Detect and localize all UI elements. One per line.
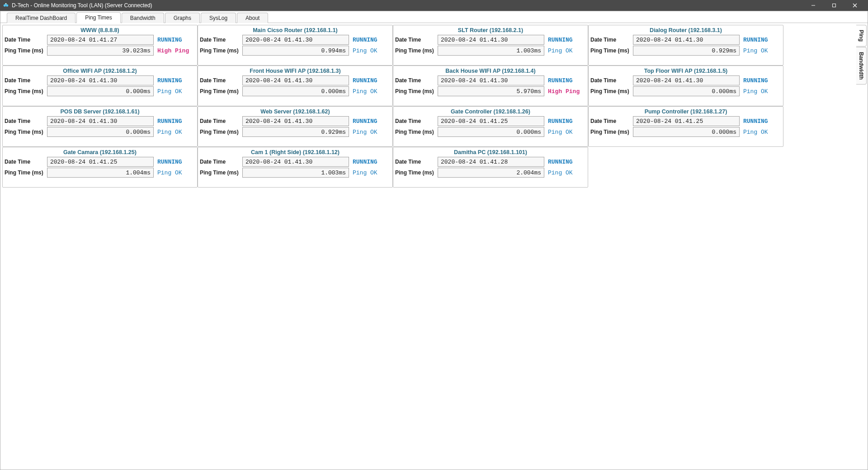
maximize-button[interactable] bbox=[824, 0, 844, 11]
ping-status: Ping OK bbox=[156, 169, 182, 176]
ping-label: Ping Time (ms) bbox=[5, 88, 45, 94]
tab-bandwidth[interactable]: Bandwidth bbox=[122, 13, 164, 23]
datetime-field: 2020-08-24 01.41.27 bbox=[47, 35, 154, 45]
datetime-row: Date Time2020-08-24 01.41.27RUNNING bbox=[5, 35, 195, 45]
datetime-label: Date Time bbox=[395, 77, 436, 84]
device-card: Gate Camara (192.168.1.25)Date Time2020-… bbox=[2, 147, 198, 188]
datetime-label: Date Time bbox=[395, 118, 436, 124]
datetime-field: 2020-08-24 01.41.30 bbox=[242, 35, 349, 45]
app-icon bbox=[3, 2, 9, 9]
ping-row: Ping Time (ms)0.929msPing OK bbox=[590, 46, 781, 56]
ping-field: 0.000ms bbox=[633, 86, 740, 96]
datetime-row: Date Time2020-08-24 01.41.30RUNNING bbox=[395, 35, 586, 45]
run-status: RUNNING bbox=[156, 77, 182, 84]
side-tab-bandwidth[interactable]: Bandwidth bbox=[856, 47, 867, 85]
ping-field: 0.000ms bbox=[242, 86, 349, 96]
ping-field: 0.000ms bbox=[47, 86, 154, 96]
ping-field: 1.003ms bbox=[438, 46, 544, 56]
tab-graphs[interactable]: Graphs bbox=[165, 13, 200, 23]
run-status: RUNNING bbox=[741, 77, 768, 84]
card-title: Back House WIFI AP (192.168.1.4) bbox=[395, 67, 586, 75]
ping-label: Ping Time (ms) bbox=[590, 88, 631, 94]
svg-point-0 bbox=[4, 4, 6, 6]
device-card: WWW (8.8.8.8)Date Time2020-08-24 01.41.2… bbox=[2, 25, 198, 66]
device-card: Web Server (192.168.1.62)Date Time2020-0… bbox=[198, 106, 393, 147]
ping-row: Ping Time (ms)0.000msPing OK bbox=[200, 86, 391, 96]
card-title: SLT Router (192.168.2.1) bbox=[395, 26, 586, 34]
datetime-field: 2020-08-24 01.41.30 bbox=[633, 35, 740, 45]
ping-status: Ping OK bbox=[156, 88, 182, 95]
card-title: Gate Controller (192.168.1.26) bbox=[395, 108, 586, 115]
run-status: RUNNING bbox=[156, 118, 182, 125]
run-status: RUNNING bbox=[156, 159, 182, 165]
datetime-label: Date Time bbox=[590, 118, 631, 124]
run-status: RUNNING bbox=[156, 37, 182, 43]
device-card: Office WIFI AP (192.168.1.2)Date Time202… bbox=[2, 66, 198, 106]
ping-field: 2.004ms bbox=[438, 168, 544, 178]
card-title: Top Floor WIFI AP (192.168.1.5) bbox=[590, 67, 781, 75]
minimize-button[interactable] bbox=[803, 0, 824, 11]
device-card: Pump Controller (192.168.1.27)Date Time2… bbox=[588, 106, 783, 147]
datetime-label: Date Time bbox=[395, 37, 436, 43]
ping-status: Ping OK bbox=[351, 47, 377, 54]
datetime-field: 2020-08-24 01.41.25 bbox=[438, 116, 544, 126]
ping-row: Ping Time (ms)0.929msPing OK bbox=[200, 127, 391, 137]
ping-row: Ping Time (ms)0.994msPing OK bbox=[200, 46, 391, 56]
datetime-field: 2020-08-24 01.41.30 bbox=[438, 75, 544, 85]
ping-row: Ping Time (ms)0.000msPing OK bbox=[5, 127, 195, 137]
ping-row: Ping Time (ms)1.004msPing OK bbox=[5, 168, 195, 178]
run-status: RUNNING bbox=[546, 77, 573, 84]
card-title: Web Server (192.168.1.62) bbox=[200, 108, 391, 115]
datetime-row: Date Time2020-08-24 01.41.30RUNNING bbox=[200, 75, 391, 85]
device-card: Gate Controller (192.168.1.26)Date Time2… bbox=[393, 106, 588, 147]
ping-row: Ping Time (ms)1.003msPing OK bbox=[395, 46, 586, 56]
device-card: Dialog Router (192.168.3.1)Date Time2020… bbox=[588, 25, 783, 66]
datetime-label: Date Time bbox=[200, 77, 241, 84]
run-status: RUNNING bbox=[546, 159, 573, 165]
datetime-field: 2020-08-24 01.41.30 bbox=[47, 75, 154, 85]
ping-label: Ping Time (ms) bbox=[395, 129, 436, 135]
ping-label: Ping Time (ms) bbox=[395, 88, 436, 94]
ping-label: Ping Time (ms) bbox=[200, 88, 241, 94]
device-card: SLT Router (192.168.2.1)Date Time2020-08… bbox=[393, 25, 588, 66]
datetime-field: 2020-08-24 01.41.30 bbox=[438, 35, 544, 45]
datetime-row: Date Time2020-08-24 01.41.25RUNNING bbox=[395, 116, 586, 126]
ping-status: Ping OK bbox=[546, 47, 573, 54]
main-tabstrip: RealTime DashBoardPing TimesBandwidthGra… bbox=[0, 11, 868, 23]
ping-row: Ping Time (ms)0.000msPing OK bbox=[590, 86, 781, 96]
run-status: RUNNING bbox=[351, 159, 377, 165]
card-title: Gate Camara (192.168.1.25) bbox=[5, 148, 195, 156]
card-title: POS DB Server (192.168.1.61) bbox=[5, 108, 195, 115]
device-card: Damitha PC (192.168.1.101)Date Time2020-… bbox=[393, 147, 588, 188]
ping-field: 0.929ms bbox=[633, 46, 740, 56]
datetime-field: 2020-08-24 01.41.30 bbox=[47, 116, 154, 126]
device-card: Top Floor WIFI AP (192.168.1.5)Date Time… bbox=[588, 66, 783, 106]
ping-status: Ping OK bbox=[351, 129, 377, 136]
svg-point-2 bbox=[5, 3, 7, 5]
card-title: Main Cicso Router (192.168.1.1) bbox=[200, 26, 391, 34]
run-status: RUNNING bbox=[546, 118, 573, 125]
ping-status: High Ping bbox=[546, 88, 580, 95]
tab-realtime-dashboard[interactable]: RealTime DashBoard bbox=[7, 13, 75, 23]
run-status: RUNNING bbox=[546, 37, 573, 43]
datetime-field: 2020-08-24 01.41.30 bbox=[242, 75, 349, 85]
datetime-label: Date Time bbox=[200, 118, 241, 124]
side-tab-ping[interactable]: Ping bbox=[856, 25, 867, 47]
ping-label: Ping Time (ms) bbox=[5, 169, 45, 176]
ping-status: Ping OK bbox=[741, 47, 768, 54]
device-card: Front House WIFI AP (192.168.1.3)Date Ti… bbox=[198, 66, 393, 106]
ping-label: Ping Time (ms) bbox=[590, 129, 631, 135]
close-button[interactable] bbox=[844, 0, 865, 11]
ping-field: 0.000ms bbox=[438, 127, 544, 137]
main-frame: RealTime DashBoardPing TimesBandwidthGra… bbox=[0, 11, 868, 470]
ping-status: Ping OK bbox=[156, 129, 182, 136]
datetime-field: 2020-08-24 01.41.30 bbox=[242, 116, 349, 126]
side-tabstrip: PingBandwidth bbox=[856, 25, 867, 85]
ping-field: 0.994ms bbox=[242, 46, 349, 56]
ping-field: 0.000ms bbox=[47, 127, 154, 137]
tab-syslog[interactable]: SysLog bbox=[201, 13, 236, 23]
tab-ping-times[interactable]: Ping Times bbox=[76, 12, 120, 23]
device-card: Cam 1 (Right Side) (192.168.1.12)Date Ti… bbox=[198, 147, 393, 188]
tab-about[interactable]: About bbox=[237, 13, 268, 23]
datetime-label: Date Time bbox=[395, 159, 436, 165]
